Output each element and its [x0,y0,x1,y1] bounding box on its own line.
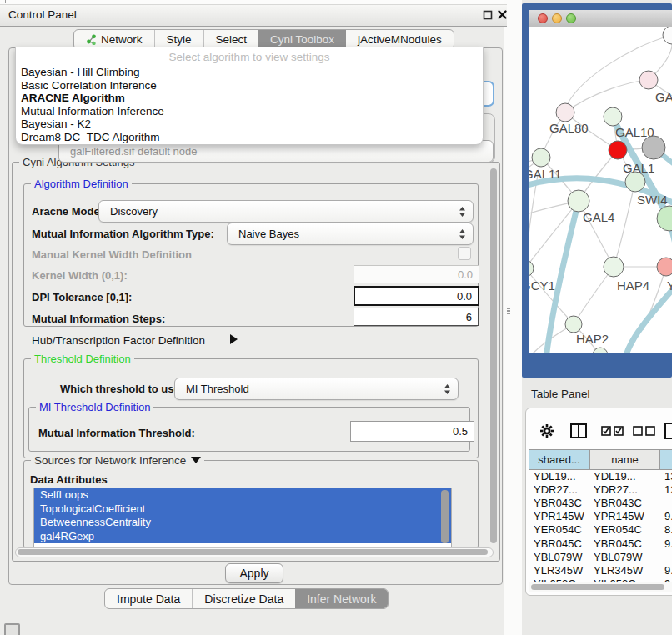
algorithm-definition-title: Algorithm Definition [31,178,132,190]
mi-threshold-label: Mutual Information Threshold: [38,427,195,439]
column-header-partial[interactable] [660,450,672,469]
table-row[interactable]: YDL19...YDL19...13 [529,469,672,482]
table-row[interactable]: YBR045CYBR045C9. [529,537,672,550]
split-columns-icon[interactable] [570,423,587,438]
select-all-checks-icon[interactable] [601,426,624,436]
settings-vscrollbar[interactable] [489,165,498,557]
node-label: GAL80 [549,121,589,135]
tab-impute-data[interactable]: Impute Data [105,589,192,608]
algorithm-item[interactable]: ARACNE Algorithm [21,92,478,105]
column-header-shared[interactable]: shared... [529,450,590,469]
panel-divider[interactable] [504,0,522,635]
network-view[interactable]: GALGAL80GAL10GAL1GAL11SWI4GAL4GCY1HAP4YH… [529,27,672,353]
manual-kernel-checkbox[interactable] [458,247,471,260]
table-body: YDL19...YDL19...13YDR27...YDR27...12YBR0… [529,469,672,582]
network-node[interactable] [625,172,645,192]
algorithm-item[interactable]: Mutual Information Inference [21,105,478,118]
network-node[interactable] [657,206,672,231]
table-cell: YDR27... [590,483,660,496]
apply-button[interactable]: Apply [225,563,283,583]
network-window-titlebar[interactable] [529,10,672,28]
table-cell: 8. [660,523,672,536]
table-cell: YER054C [529,523,590,536]
network-node[interactable] [529,260,534,277]
collapsed-panel-icon[interactable] [4,623,20,635]
algorithm-item[interactable]: Dream8 DC_TDC Algorithm [21,131,478,144]
node-label: Y [667,278,672,292]
table-cell: YBR043C [529,497,590,509]
mi-steps-field[interactable]: 6 [354,308,479,326]
table-cell: YDR27... [529,483,590,496]
network-node[interactable] [609,141,627,159]
network-node[interactable] [604,257,624,277]
data-attributes-label: Data Attributes [30,473,108,486]
document-icon[interactable] [664,422,672,439]
network-node[interactable] [663,27,672,44]
algorithm-item[interactable]: Basic Correlation Inference [21,79,478,92]
table-cell: YBR045C [529,538,590,550]
network-node[interactable] [642,136,665,159]
attribute-list-item[interactable]: TopologicalCoefficient [34,502,451,517]
table-cell: YDL19... [529,470,590,482]
gear-icon[interactable] [539,423,554,438]
table-cell: YPR145W [529,510,590,522]
table-hscrollbar[interactable] [529,582,672,592]
algorithm-list: Bayesian - Hill ClimbingBasic Correlatio… [21,66,478,144]
mi-type-combo[interactable]: Naive Bayes [227,222,474,245]
sources-title[interactable]: Sources for Network Inference [31,454,204,467]
table-panel-card: shared... name YDL19...YDL19...13YDR27..… [525,408,672,596]
close-icon[interactable] [497,9,508,20]
table-row[interactable]: YLR345WYLR345W9. [529,563,672,577]
table-cell: YPR145W [590,510,660,522]
table-cell: YER054C [590,523,660,536]
settings-vscroll-thumb[interactable] [490,168,497,543]
mi-type-label: Mutual Information Algorithm Type: [32,228,214,240]
mi-threshold-field[interactable]: 0.5 [350,421,474,442]
zoom-traffic-light[interactable] [566,13,576,23]
table-hscroll-thumb[interactable] [531,584,664,590]
table-row[interactable]: YDR27...YDR27...12 [529,482,672,496]
network-node[interactable] [657,258,672,276]
tab-infer-network[interactable]: Infer Network [295,589,388,608]
network-node[interactable] [556,103,574,122]
table-cell: YDL19... [590,470,660,482]
expander-arrow-icon[interactable] [230,334,238,344]
settings-hscroll-thumb[interactable] [18,549,488,555]
which-threshold-combo[interactable]: MI Threshold [174,378,459,400]
algorithm-dropdown: Select algorithm to view settings Bayesi… [15,47,484,145]
table-header: shared... name [529,449,672,470]
settings-hscrollbar[interactable] [15,548,494,558]
table-cell: 13 [660,470,672,482]
dropdown-prompt: Select algorithm to view settings [16,51,483,63]
algorithm-item[interactable]: Bayesian - Hill Climbing [21,66,478,79]
network-node[interactable] [568,190,589,212]
divider-grip[interactable] [507,307,512,315]
table-row[interactable]: YPR145WYPR145W9. [529,510,672,523]
kernel-width-field[interactable]: 0.0 [354,265,479,283]
network-node[interactable] [639,71,658,89]
aracne-mode-combo[interactable]: Discovery [98,200,474,222]
deselect-all-checks-icon[interactable] [633,426,656,436]
network-node[interactable] [565,316,582,332]
close-traffic-light[interactable] [538,13,548,23]
node-label: SWI4 [637,192,668,207]
column-header-name[interactable]: name [590,450,660,469]
network-node[interactable] [604,108,622,126]
node-label: GAL4 [583,210,614,224]
table-row[interactable]: YBL079WYBL079W [529,550,672,563]
dpi-tolerance-field[interactable]: 0.0 [354,286,479,306]
control-panel-titlebar: Control Panel [0,4,507,27]
algorithm-item[interactable]: Bayesian - K2 [21,118,478,131]
collapse-arrow-icon [191,457,201,463]
attribute-list-item[interactable]: BetweennessCentrality [34,516,451,530]
table-row[interactable]: YBR043CYBR043C [529,496,672,509]
node-label: GAL [655,90,672,104]
attribute-list-item[interactable]: gal4RGexp [34,530,451,544]
float-icon[interactable] [483,10,493,20]
network-node[interactable] [532,148,550,167]
table-row[interactable]: YER054CYER054C8. [529,523,672,537]
tab-discretize-data[interactable]: Discretize Data [192,589,295,608]
attribute-list-item[interactable]: SelfLoops [34,488,451,502]
listbox-scrollbar[interactable] [441,490,449,543]
minimize-traffic-light[interactable] [552,13,562,23]
